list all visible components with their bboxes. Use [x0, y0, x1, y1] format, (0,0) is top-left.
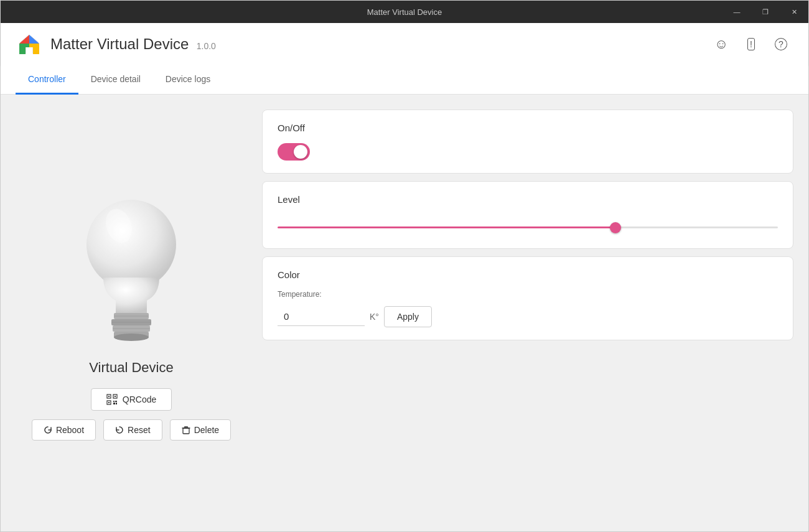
maximize-button[interactable]: ❐	[751, 1, 780, 23]
color-card: Color Temperature: K° Apply	[262, 256, 793, 340]
bottom-actions: Reboot Reset	[32, 419, 231, 441]
temperature-unit: K°	[370, 312, 379, 322]
feedback-icon: !	[747, 38, 755, 50]
svg-point-1	[87, 200, 176, 289]
toggle-track	[278, 143, 310, 161]
reboot-label: Reboot	[56, 425, 84, 435]
color-temp-container: Temperature: K° Apply	[278, 290, 778, 327]
reset-icon	[115, 426, 124, 434]
delete-icon	[182, 426, 190, 434]
tab-device-detail[interactable]: Device detail	[78, 65, 153, 95]
svg-rect-14	[115, 396, 116, 397]
onoff-toggle[interactable]	[278, 143, 310, 161]
qrcode-button[interactable]: QRCode	[91, 388, 172, 411]
controls-panel: On/Off Level Colo	[262, 95, 808, 531]
color-label: Color	[278, 269, 778, 280]
onoff-toggle-container	[278, 143, 778, 161]
tab-device-logs[interactable]: Device logs	[153, 65, 223, 95]
svg-point-9	[114, 334, 149, 341]
header-left: Matter Virtual Device 1.0.0	[16, 30, 216, 58]
onoff-card: On/Off	[262, 110, 793, 174]
onoff-label: On/Off	[278, 123, 778, 133]
app-header: Matter Virtual Device 1.0.0 ☺ ! ?	[1, 23, 808, 65]
device-panel: Virtual Device	[1, 95, 262, 531]
app-logo	[16, 30, 43, 58]
level-label: Level	[278, 194, 778, 205]
device-actions: QRCode Reboot	[13, 388, 250, 441]
reset-label: Reset	[128, 425, 151, 435]
svg-rect-20	[116, 403, 117, 404]
level-card: Level	[262, 181, 793, 249]
toggle-thumb	[294, 145, 307, 159]
level-slider-container	[278, 215, 778, 236]
help-button[interactable]: ?	[769, 32, 793, 57]
app-version: 1.0.0	[197, 41, 216, 51]
header-icons: ☺ ! ?	[709, 32, 793, 57]
reboot-button[interactable]: Reboot	[32, 419, 96, 441]
svg-rect-16	[108, 402, 110, 403]
emoji-icon: ☺	[714, 36, 728, 52]
svg-rect-12	[108, 396, 110, 397]
level-slider[interactable]	[278, 226, 778, 228]
title-bar-title: Matter Virtual Device	[367, 7, 442, 17]
main-content: Virtual Device	[1, 95, 808, 531]
svg-rect-18	[115, 401, 117, 402]
tab-controller[interactable]: Controller	[16, 65, 78, 95]
device-name: Virtual Device	[89, 360, 173, 376]
temperature-label: Temperature:	[278, 290, 778, 299]
svg-rect-17	[113, 401, 115, 402]
header-title-group: Matter Virtual Device 1.0.0	[50, 35, 216, 53]
app-title: Matter Virtual Device	[50, 35, 189, 52]
minimize-button[interactable]: —	[722, 1, 751, 23]
close-button[interactable]: ✕	[780, 1, 808, 23]
title-bar: Matter Virtual Device — ❐ ✕	[1, 1, 808, 23]
bulb-image	[69, 185, 194, 347]
help-icon: ?	[775, 38, 787, 50]
apply-button[interactable]: Apply	[384, 306, 432, 327]
tabs-bar: Controller Device detail Device logs	[1, 65, 808, 95]
reboot-icon	[44, 426, 52, 434]
temperature-input[interactable]	[278, 307, 365, 326]
reset-button[interactable]: Reset	[103, 419, 162, 441]
emoji-feedback-button[interactable]: ☺	[709, 32, 734, 57]
qrcode-icon	[106, 394, 118, 405]
delete-button[interactable]: Delete	[170, 419, 231, 441]
delete-label: Delete	[194, 425, 219, 435]
svg-rect-19	[113, 403, 115, 404]
svg-rect-21	[183, 428, 189, 434]
temp-input-row: K° Apply	[278, 306, 778, 327]
window-controls: — ❐ ✕	[722, 1, 808, 23]
app-window: Matter Virtual Device — ❐ ✕	[0, 0, 809, 532]
qrcode-label: QRCode	[123, 394, 156, 404]
feedback-button[interactable]: !	[739, 32, 764, 57]
